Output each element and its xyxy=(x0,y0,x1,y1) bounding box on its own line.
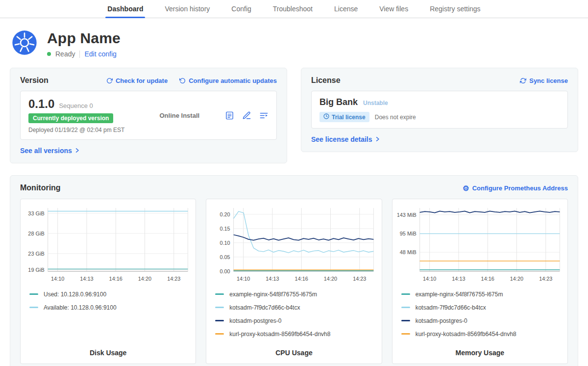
memory-usage-chart: 48 MiB95 MiB143 MiB14:1014:1314:1614:201… xyxy=(397,204,563,288)
install-type-label: Online Install xyxy=(134,112,225,119)
sync-license-button[interactable]: Sync license xyxy=(520,77,568,84)
svg-text:14:13: 14:13 xyxy=(266,276,279,282)
svg-text:0.05: 0.05 xyxy=(220,254,230,260)
tab-config[interactable]: Config xyxy=(220,0,262,18)
license-customer-name: Big Bank xyxy=(319,97,358,107)
version-card: Version Check for update Configure autom… xyxy=(10,68,287,163)
configure-automatic-updates-button[interactable]: Configure automatic updates xyxy=(179,77,277,84)
license-expiry: Does not expire xyxy=(375,114,416,121)
tab-troubleshoot[interactable]: Troubleshoot xyxy=(262,0,323,18)
svg-text:14:10: 14:10 xyxy=(237,276,250,282)
legend-item: kurl-proxy-kotsadm-8569fb6454-dnvh8 xyxy=(215,331,372,338)
trial-license-label: Trial license xyxy=(332,114,366,121)
legend-dash-icon xyxy=(215,293,224,295)
app-header: App Name Ready Edit config xyxy=(10,25,578,58)
legend-item: Used: 10.128.0.96:9100 xyxy=(29,291,187,298)
see-license-details-link[interactable]: See license details xyxy=(311,135,380,143)
cpu-usage-legend: example-nginx-54f8f76755-l675mkotsadm-7f… xyxy=(211,291,376,344)
legend-item: kotsadm-postgres-0 xyxy=(215,317,372,324)
svg-text:95 MiB: 95 MiB xyxy=(399,231,416,236)
svg-text:14:16: 14:16 xyxy=(295,276,308,282)
legend-item: kotsadm-postgres-0 xyxy=(401,317,559,324)
svg-text:14:20: 14:20 xyxy=(324,276,337,282)
legend-label: example-nginx-54f8f76755-l675m xyxy=(229,291,317,298)
sync-icon xyxy=(520,78,526,84)
legend-dash-icon xyxy=(401,307,410,308)
tab-label: Troubleshoot xyxy=(273,5,313,13)
svg-text:14:23: 14:23 xyxy=(353,276,366,282)
svg-text:14:23: 14:23 xyxy=(539,276,552,282)
clock-icon xyxy=(323,113,329,121)
svg-text:14:10: 14:10 xyxy=(423,276,436,282)
disk-usage-chart: 19 GiB23 GiB28 GiB33 GiB14:1014:1314:161… xyxy=(25,204,191,288)
disk-usage-chart-title: Disk Usage xyxy=(25,344,191,361)
cpu-usage-chart: 0.000.050.100.150.2014:1014:1314:1614:20… xyxy=(211,204,376,288)
tab-dashboard[interactable]: Dashboard xyxy=(97,0,154,18)
svg-text:0.00: 0.00 xyxy=(220,268,230,274)
release-notes-icon[interactable] xyxy=(225,111,234,120)
refresh-icon xyxy=(106,78,113,84)
svg-text:14:20: 14:20 xyxy=(138,276,151,282)
top-nav: Dashboard Version history Config Trouble… xyxy=(0,0,588,18)
see-all-versions-link[interactable]: See all versions xyxy=(20,147,79,155)
cpu-usage-panel: 0.000.050.100.150.2014:1014:1314:1614:20… xyxy=(206,199,382,364)
disk-usage-panel: 19 GiB23 GiB28 GiB33 GiB14:1014:1314:161… xyxy=(20,199,196,364)
tab-label: Version history xyxy=(165,5,210,13)
version-sequence: Sequence 0 xyxy=(59,102,93,109)
configure-prometheus-label: Configure Prometheus Address xyxy=(472,184,568,192)
legend-dash-icon xyxy=(215,320,224,321)
svg-text:19 GiB: 19 GiB xyxy=(28,267,44,273)
svg-text:23 GiB: 23 GiB xyxy=(28,251,44,257)
legend-dash-icon xyxy=(401,320,410,321)
tab-label: Dashboard xyxy=(107,5,143,13)
svg-text:33 GiB: 33 GiB xyxy=(28,210,44,216)
svg-text:14:16: 14:16 xyxy=(481,276,494,282)
check-for-update-button[interactable]: Check for update xyxy=(106,77,168,84)
legend-label: kotsadm-7f9dc7d66c-b4tcx xyxy=(416,304,486,311)
tab-registry-settings[interactable]: Registry settings xyxy=(419,0,491,18)
tab-license[interactable]: License xyxy=(323,0,368,18)
legend-dash-icon xyxy=(401,333,410,335)
version-card-title: Version xyxy=(20,76,49,85)
edit-config-link[interactable]: Edit config xyxy=(84,50,116,58)
tab-label: Config xyxy=(231,5,251,13)
svg-text:14:13: 14:13 xyxy=(80,276,93,282)
legend-item: kotsadm-7f9dc7d66c-b4tcx xyxy=(215,304,372,311)
tab-label: License xyxy=(334,5,358,13)
view-diff-icon[interactable] xyxy=(259,111,269,120)
legend-label: kotsadm-postgres-0 xyxy=(229,317,281,324)
status-dot xyxy=(47,52,51,56)
legend-item: example-nginx-54f8f76755-l675m xyxy=(215,291,372,298)
license-card: License Sync license Big Bank Unstable xyxy=(301,68,578,152)
svg-text:14:13: 14:13 xyxy=(452,276,465,282)
svg-text:0.20: 0.20 xyxy=(220,211,230,217)
page-title: App Name xyxy=(47,30,121,47)
legend-item: Available: 10.128.0.96:9100 xyxy=(29,304,187,311)
legend-label: example-nginx-54f8f76755-l675m xyxy=(416,291,503,298)
legend-label: kurl-proxy-kotsadm-8569fb6454-dnvh8 xyxy=(229,331,330,338)
legend-label: kotsadm-postgres-0 xyxy=(416,317,467,324)
monitoring-title: Monitoring xyxy=(20,183,61,192)
tab-version-history[interactable]: Version history xyxy=(154,0,220,18)
svg-text:14:20: 14:20 xyxy=(510,276,523,282)
edit-config-icon[interactable] xyxy=(242,111,251,120)
legend-item: example-nginx-54f8f76755-l675m xyxy=(401,291,559,298)
tab-view-files[interactable]: View files xyxy=(368,0,419,18)
configure-prometheus-button[interactable]: ⚙ Configure Prometheus Address xyxy=(463,184,568,192)
license-info-box: Big Bank Unstable Trial license Does not… xyxy=(311,91,568,129)
legend-dash-icon xyxy=(29,293,38,295)
svg-text:0.15: 0.15 xyxy=(220,226,230,232)
deployed-timestamp: Deployed 01/19/22 @ 02:04 pm EST xyxy=(28,127,134,133)
deployed-badge: Currently deployed version xyxy=(28,113,113,123)
legend-label: kotsadm-7f9dc7d66c-b4tcx xyxy=(229,304,300,311)
monitoring-card: Monitoring ⚙ Configure Prometheus Addres… xyxy=(10,175,578,366)
disk-usage-legend: Used: 10.128.0.96:9100Available: 10.128.… xyxy=(25,291,191,317)
chevron-right-icon xyxy=(376,135,380,143)
check-for-update-label: Check for update xyxy=(116,77,168,84)
legend-dash-icon xyxy=(29,307,38,308)
svg-text:14:10: 14:10 xyxy=(51,276,64,282)
see-all-versions-label: See all versions xyxy=(20,147,72,155)
legend-dash-icon xyxy=(215,333,224,335)
current-version-box: 0.1.0 Sequence 0 Currently deployed vers… xyxy=(20,91,277,140)
svg-text:0.10: 0.10 xyxy=(220,240,230,246)
